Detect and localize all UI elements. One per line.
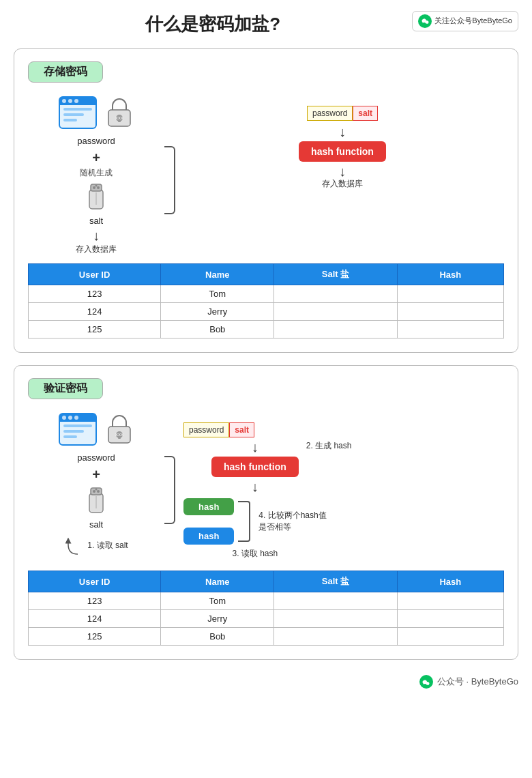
svg-rect-27 (63, 435, 77, 438)
v-arrow1: ↓ (252, 440, 258, 454)
v-pw-box: password (183, 422, 229, 437)
svg-point-15 (93, 186, 95, 189)
svg-point-5 (74, 99, 78, 103)
v-col-name: Name (161, 571, 274, 592)
table-row: 125 Bob (29, 321, 504, 338)
salt-icon (84, 180, 108, 213)
svg-point-24 (74, 416, 78, 420)
svg-point-22 (62, 416, 66, 420)
salt-box: salt (353, 106, 378, 121)
arrow-from-hash: ↓ (339, 164, 346, 178)
svg-point-34 (93, 490, 95, 493)
footer-label: 公众号 · ByteByteGo (437, 676, 518, 688)
store-section: 存储密码 (14, 48, 518, 353)
footer-wechat-icon (419, 675, 433, 689)
svg-text:xxx: xxx (115, 431, 123, 437)
svg-point-3 (62, 99, 66, 103)
arrow-to-hash: ↓ (339, 125, 346, 139)
lock-icon-v: xxx (104, 412, 134, 447)
verify-section-title: 验证密码 (28, 378, 103, 399)
hash-function-button: hash function (299, 141, 386, 162)
random-gen-label: 随机生成 (80, 167, 113, 179)
v-col-salt: Salt 盐 (274, 571, 397, 592)
compare-brace (238, 501, 250, 542)
down-arrow-salt: ↓ (93, 229, 100, 242)
v-arrow2: ↓ (252, 480, 258, 493)
store-diagram: xxx password + 随机生成 salt (28, 95, 504, 258)
hash-blue: hash (183, 528, 234, 545)
hash-green: hash (183, 498, 234, 515)
badge-label: 关注公众号ByteByteGo (434, 16, 512, 26)
browser-icon (58, 96, 98, 130)
table-row: 125 Bob (29, 628, 504, 646)
v-plus: + (92, 467, 100, 482)
svg-point-4 (68, 99, 72, 103)
col-header-salt: Salt 盐 (274, 264, 397, 285)
svg-point-17 (95, 185, 98, 187)
svg-rect-7 (63, 113, 84, 116)
step1-label: 1. 读取 salt (87, 540, 128, 551)
verify-diagram: xxx password + salt (28, 412, 504, 561)
store-table: User ID Name Salt 盐 Hash 123 Tom 124 Jer… (28, 263, 504, 338)
table-row: 123 Tom (29, 285, 504, 303)
store-right-panel: password salt ↓ hash function ↓ 存入数据库 (181, 95, 504, 258)
header: 什么是密码加盐? 关注公众号ByteByteGo (14, 0, 518, 42)
col-header-name: Name (161, 264, 274, 285)
table-row: 124 Jerry (29, 303, 504, 321)
table-row: 123 Tom (29, 592, 504, 610)
svg-rect-26 (63, 430, 84, 433)
footer: 公众号 · ByteByteGo (14, 675, 518, 689)
verify-right-panel: password salt ↓ hash function ↓ hash has… (181, 412, 504, 561)
store-hash-db-label: 存入数据库 (322, 178, 363, 190)
curved-arrow-step1 (64, 535, 85, 556)
salt-icon-v (84, 484, 108, 517)
svg-point-35 (97, 490, 100, 493)
wechat-icon (418, 14, 432, 28)
table-row: 124 Jerry (29, 610, 504, 628)
password-box: password (307, 106, 353, 121)
v-salt-box: salt (229, 422, 254, 437)
store-left-panel: xxx password + 随机生成 salt (28, 95, 164, 258)
verify-table: User ID Name Salt 盐 Hash 123 Tom 124 Jer… (28, 571, 504, 646)
col-header-userid: User ID (29, 264, 161, 285)
v-password-label: password (77, 452, 115, 463)
col-header-hash: Hash (397, 264, 503, 285)
v-salt-label: salt (89, 519, 103, 530)
step2-label: 2. 生成 hash (306, 440, 352, 452)
svg-rect-6 (63, 108, 92, 111)
svg-point-16 (97, 186, 100, 189)
svg-point-23 (68, 416, 72, 420)
v-col-userid: User ID (29, 571, 161, 592)
compare-block: hash hash 4. 比较两个hash值 是否相等 (183, 496, 327, 547)
salt-label: salt (89, 216, 103, 226)
svg-point-36 (95, 489, 98, 491)
page-title: 什么是密码加盐? (14, 12, 412, 36)
verify-section: 验证密码 (14, 365, 518, 660)
svg-text:xxx: xxx (115, 115, 123, 121)
store-salt-db-label: 存入数据库 (76, 244, 117, 255)
verify-left-panel: xxx password + salt (28, 412, 164, 561)
svg-rect-25 (63, 424, 92, 427)
v-hash-function-button: hash function (211, 457, 299, 477)
v-col-hash: Hash (397, 571, 503, 592)
step3-label: 3. 读取 hash (233, 548, 278, 560)
password-label: password (77, 136, 115, 146)
store-section-title: 存储密码 (28, 61, 103, 83)
svg-rect-8 (63, 119, 77, 121)
step4-label: 4. 比较两个hash值 是否相等 (258, 510, 326, 533)
browser-icon-v (58, 412, 98, 446)
plus-sign: + (92, 150, 100, 166)
lock-icon: xxx (104, 95, 134, 130)
bytebytego-badge: 关注公众号ByteByteGo (412, 11, 518, 31)
